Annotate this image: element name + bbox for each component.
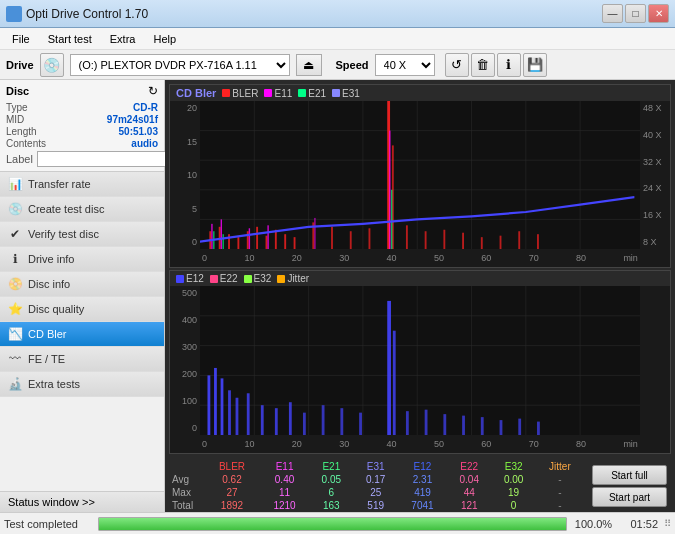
stats-max-row: Max 27 11 6 25 419 44 19 -: [169, 486, 584, 499]
nav-drive-info[interactable]: ℹ Drive info: [0, 247, 164, 272]
nav-fe-te[interactable]: 〰 FE / TE: [0, 347, 164, 372]
col-e12: E12: [398, 460, 447, 473]
save-icon[interactable]: 💾: [523, 53, 547, 77]
nav-items: 📊 Transfer rate 💿 Create test disc ✔ Ver…: [0, 172, 164, 491]
total-e31: 519: [354, 499, 398, 512]
drive-bar: Drive 💿 (O:) PLEXTOR DVDR PX-716A 1.11 ⏏…: [0, 50, 675, 80]
svg-rect-27: [406, 225, 408, 249]
disc-label-label: Label: [6, 153, 33, 165]
eject-button[interactable]: ⏏: [296, 54, 322, 76]
nav-extra-tests[interactable]: 🔬 Extra tests: [0, 372, 164, 397]
svg-rect-77: [537, 422, 540, 435]
disc-length-value: 50:51.03: [119, 126, 158, 137]
chart-bottom-inner: [200, 286, 640, 435]
svg-rect-28: [425, 231, 427, 249]
menu-bar: File Start test Extra Help: [0, 28, 675, 50]
nav-transfer-rate[interactable]: 📊 Transfer rate: [0, 172, 164, 197]
nav-disc-info-label: Disc info: [28, 278, 70, 290]
window-title: Opti Drive Control 1.70: [26, 7, 148, 21]
erase-icon[interactable]: 🗑: [471, 53, 495, 77]
progress-time: 01:52: [620, 518, 658, 530]
avg-e22: 0.04: [447, 473, 491, 486]
info-icon[interactable]: ℹ: [497, 53, 521, 77]
svg-rect-68: [340, 408, 343, 435]
total-jitter: -: [536, 499, 584, 512]
disc-panel: Disc ↻ Type CD-R MID 97m24s01f Length 50…: [0, 80, 164, 172]
svg-rect-37: [249, 228, 250, 249]
disc-type-value: CD-R: [133, 102, 158, 113]
refresh-icon[interactable]: ↺: [445, 53, 469, 77]
nav-cd-bler[interactable]: 📉 CD Bler: [0, 322, 164, 347]
svg-rect-33: [518, 231, 520, 249]
col-bler: BLER: [204, 460, 260, 473]
stats-avg-row: Avg 0.62 0.40 0.05 0.17 2.31 0.04 0.00 -: [169, 473, 584, 486]
start-buttons: Start full Start part: [588, 460, 671, 512]
svg-rect-66: [393, 331, 396, 435]
svg-rect-35: [211, 224, 212, 249]
svg-rect-19: [284, 234, 286, 249]
max-e22: 44: [447, 486, 491, 499]
max-e11: 11: [260, 486, 309, 499]
disc-length-label: Length: [6, 126, 37, 137]
menu-help[interactable]: Help: [145, 31, 184, 47]
extra-tests-icon: 🔬: [8, 377, 22, 391]
col-jitter: Jitter: [536, 460, 584, 473]
menu-file[interactable]: File: [4, 31, 38, 47]
nav-disc-quality-label: Disc quality: [28, 303, 84, 315]
sidebar: Disc ↻ Type CD-R MID 97m24s01f Length 50…: [0, 80, 165, 512]
avg-bler: 0.62: [204, 473, 260, 486]
start-part-button[interactable]: Start part: [592, 487, 667, 507]
stats-total-row: Total 1892 1210 163 519 7041 121 0 -: [169, 499, 584, 512]
nav-create-test-disc[interactable]: 💿 Create test disc: [0, 197, 164, 222]
verify-test-disc-icon: ✔: [8, 227, 22, 241]
disc-label-input[interactable]: [37, 151, 170, 167]
status-window-button[interactable]: Status window >>: [0, 491, 164, 512]
menu-extra[interactable]: Extra: [102, 31, 144, 47]
status-text: Test completed: [4, 518, 94, 530]
col-e31: E31: [354, 460, 398, 473]
start-full-button[interactable]: Start full: [592, 465, 667, 485]
avg-e11: 0.40: [260, 473, 309, 486]
close-button[interactable]: ✕: [648, 4, 669, 23]
svg-rect-57: [221, 378, 224, 435]
svg-rect-55: [207, 375, 210, 435]
svg-rect-69: [359, 413, 362, 435]
legend-e32: E32: [244, 273, 272, 284]
nav-create-test-disc-label: Create test disc: [28, 203, 104, 215]
svg-rect-70: [406, 411, 409, 435]
svg-rect-59: [236, 398, 239, 435]
svg-rect-60: [247, 393, 250, 435]
drive-label: Drive: [6, 59, 34, 71]
max-e32: 19: [491, 486, 535, 499]
nav-drive-info-label: Drive info: [28, 253, 74, 265]
maximize-button[interactable]: □: [625, 4, 646, 23]
chart-bottom-yaxis-right: [640, 286, 670, 435]
content-area: CD Bler BLER E11 E21 E3: [165, 80, 675, 512]
disc-refresh-button[interactable]: ↻: [148, 84, 158, 98]
nav-disc-quality[interactable]: ⭐ Disc quality: [0, 297, 164, 322]
nav-disc-info[interactable]: 📀 Disc info: [0, 272, 164, 297]
title-bar: Opti Drive Control 1.70 — □ ✕: [0, 0, 675, 28]
menu-start-test[interactable]: Start test: [40, 31, 100, 47]
svg-rect-75: [500, 420, 503, 435]
total-e11: 1210: [260, 499, 309, 512]
speed-select[interactable]: 40 X: [375, 54, 435, 76]
svg-rect-73: [462, 416, 465, 435]
create-test-disc-icon: 💿: [8, 202, 22, 216]
chart-top-xaxis: 0 10 20 30 40 50 60 70 80 min: [200, 249, 640, 267]
chart-bottom-header: E12 E22 E32 Jitter: [170, 271, 670, 286]
minimize-button[interactable]: —: [602, 4, 623, 23]
max-jitter: -: [536, 486, 584, 499]
progress-percent: 100.0%: [571, 518, 616, 530]
svg-rect-42: [222, 234, 223, 249]
disc-header-label: Disc: [6, 85, 29, 97]
speed-label: Speed: [336, 59, 369, 71]
drive-select[interactable]: (O:) PLEXTOR DVDR PX-716A 1.11: [70, 54, 290, 76]
svg-rect-32: [500, 236, 502, 249]
stats-table-container: BLER E11 E21 E31 E12 E22 E32 Jitter Avg: [169, 460, 584, 512]
svg-rect-13: [228, 234, 230, 249]
legend-jitter: Jitter: [277, 273, 309, 284]
app-icon: [6, 6, 22, 22]
nav-verify-test-disc[interactable]: ✔ Verify test disc: [0, 222, 164, 247]
svg-rect-65: [387, 301, 391, 435]
